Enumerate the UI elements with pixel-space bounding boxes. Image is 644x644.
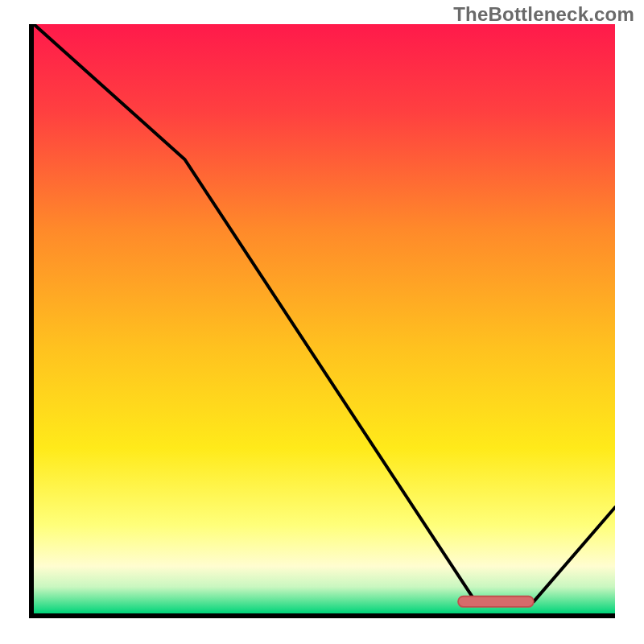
plot-area <box>29 24 615 618</box>
plot-svg <box>34 24 615 613</box>
chart-container: TheBottleneck.com <box>0 0 644 644</box>
watermark-text: TheBottleneck.com <box>453 3 634 26</box>
gradient-background <box>34 24 615 613</box>
optimal-range-marker <box>458 597 534 607</box>
